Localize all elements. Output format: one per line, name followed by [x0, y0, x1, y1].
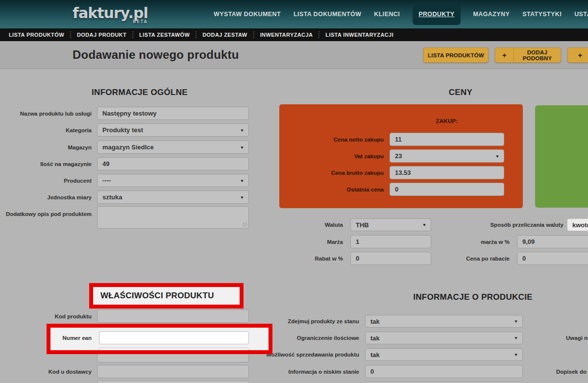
quantity-limit-select[interactable]: tak ▼	[365, 332, 523, 344]
nav-item-wystaw-dokument[interactable]: WYSTAW DOKUMENT	[214, 11, 281, 18]
add-button-right-edge[interactable]: +	[567, 48, 588, 63]
chevron-down-icon: ▼	[240, 178, 245, 183]
currency-select[interactable]: THB ▼	[350, 218, 431, 231]
zakup-heading: ZAKUP:	[436, 118, 458, 124]
quantity-input[interactable]: 49	[97, 157, 249, 170]
plus-icon[interactable]: +	[495, 48, 514, 62]
warehouse-select[interactable]: magazyn Siedlce ▼	[97, 141, 249, 154]
lista-produktow-button[interactable]: LISTA PRODUKTÓW	[423, 48, 489, 63]
ean-row-highlight: Numer ean	[47, 324, 272, 354]
nav-item-lista-dokumentow[interactable]: LISTA DOKUMENTÓW	[294, 11, 361, 18]
product-code-label: Kod produktu	[0, 310, 92, 323]
nav-item-ustawienia[interactable]: USTAWIENIA	[574, 11, 588, 18]
category-label: Kategoria	[0, 123, 92, 137]
quantity-label: Ilość na magazynie	[0, 157, 92, 170]
sellable-select[interactable]: tak ▼	[365, 348, 523, 361]
properties-heading-highlight: WŁAŚCIWOŚCI PRODUKTU	[89, 283, 244, 309]
plus-icon: +	[578, 51, 582, 59]
discount-label: Rabat w %	[274, 252, 343, 265]
net-purchase-label: Cena netto zakupu	[279, 133, 384, 146]
top-navbar: faktury.pl BETA WYSTAW DOKUMENT LISTA DO…	[0, 0, 588, 28]
supplier-code-label: Kod u dostawcy	[0, 365, 92, 378]
margin-label: Marża	[274, 235, 343, 248]
chevron-down-icon: ▼	[495, 154, 500, 158]
products-subnav: LISTA PRODUKTÓW DODAJ PRODUKT LISTA ZEST…	[0, 28, 588, 41]
app-logo[interactable]: faktury.pl BETA	[73, 4, 148, 22]
margin-percent-input[interactable]: 9,09	[517, 235, 588, 248]
name-label: Nazwa produktu lub usługi	[0, 107, 92, 120]
unit-label: Jednostka miary	[0, 191, 92, 204]
main-nav: WYSTAW DOKUMENT LISTA DOKUMENTÓW KLIENCI…	[214, 0, 588, 28]
producer-label: Producent	[0, 174, 92, 187]
currency-label: Waluta	[274, 218, 343, 231]
unit-select[interactable]: sztuka ▼	[97, 191, 249, 204]
purchase-prices-panel: ZAKUP: Cena netto zakupu 11 Vat zakupu 2…	[279, 104, 523, 208]
gross-purchase-input[interactable]: 13.53	[390, 166, 504, 179]
price-after-discount-input[interactable]: 0	[517, 252, 588, 265]
subnav-lista-zestawow[interactable]: LISTA ZESTAWÓW	[132, 31, 196, 38]
subnav-lista-inwentaryzacji[interactable]: LISTA INWENTARYZACJI	[318, 31, 399, 38]
chevron-down-icon: ▼	[514, 319, 518, 324]
currency-conversion-select[interactable]: kwotowo	[567, 218, 588, 231]
description-textarea[interactable]	[97, 206, 249, 229]
product-info-section-heading: INFORMACJE O PRODUKCIE	[413, 292, 533, 302]
cut-label-dopisek: Dopisek do	[556, 365, 587, 378]
logo-text: faktury.pl	[73, 4, 148, 22]
vat-purchase-label: Vat zakupu	[279, 149, 384, 163]
general-section-heading: INFORMACJE OGÓLNE	[92, 88, 188, 97]
producer-select[interactable]: ---- ▼	[97, 174, 249, 187]
ean-next-row-input-clipped[interactable]	[99, 348, 249, 354]
vat-purchase-select[interactable]: 23 ▼	[390, 149, 504, 163]
dodaj-podobny-button-group[interactable]: + DODAJ PODOBNY	[495, 48, 561, 63]
nav-item-produkty-active[interactable]: PRODUKTY	[413, 3, 460, 25]
net-purchase-input[interactable]: 11	[390, 133, 504, 146]
chevron-down-icon: ▼	[514, 336, 518, 340]
subnav-dodaj-zestaw[interactable]: DODAJ ZESTAW	[196, 31, 253, 38]
low-stock-label: Informacja o niskim stanie	[235, 365, 359, 378]
bottom-partial-input-left[interactable]	[97, 381, 249, 383]
description-label: Dodatkowy opis pod produktem	[0, 207, 92, 220]
nav-item-magazyny[interactable]: MAGAZYNY	[473, 11, 510, 18]
currency-conversion-label: Sposób przeliczania waluty	[441, 218, 564, 231]
chevron-down-icon: ▼	[240, 145, 245, 149]
subnav-inwentaryzacja[interactable]: INWENTARYZACJA	[253, 31, 319, 38]
supplier-code-input[interactable]	[97, 365, 249, 378]
sale-prices-panel	[535, 105, 588, 208]
logo-beta-badge: BETA	[133, 20, 148, 24]
subnav-dodaj-produkt[interactable]: DODAJ PRODUKT	[70, 31, 132, 38]
chevron-down-icon: ▼	[422, 223, 427, 227]
nav-item-klienci[interactable]: KLIENCI	[374, 11, 400, 18]
low-stock-input[interactable]: 0	[365, 365, 523, 378]
nav-item-statystyki[interactable]: STATYSTYKI	[522, 11, 562, 18]
dodaj-podobny-label: DODAJ PODOBNY	[514, 49, 561, 61]
last-price-input[interactable]: 0	[390, 183, 504, 196]
warehouse-label: Magazyn	[0, 141, 92, 154]
ean-input[interactable]	[99, 331, 249, 344]
gross-purchase-label: Cena brutto zakupu	[279, 166, 384, 179]
properties-section-heading: WŁAŚCIWOŚCI PRODUKTU	[100, 287, 214, 305]
category-select[interactable]: Produkty test ▼	[97, 123, 249, 137]
cut-label-uwagi: Uwagi nie w	[566, 332, 588, 344]
name-input[interactable]: Następny testowy	[97, 107, 249, 120]
remove-from-stock-select[interactable]: tak ▼	[365, 315, 523, 328]
subnav-lista-produktow[interactable]: LISTA PRODUKTÓW	[3, 31, 70, 38]
last-price-label: Ostatnia cena	[279, 183, 384, 196]
ean-label: Numer ean	[50, 331, 92, 344]
product-code-input[interactable]	[97, 310, 249, 323]
page-title: Dodawanie nowego produktu	[73, 48, 239, 62]
prices-section-heading: CENY	[449, 88, 472, 97]
chevron-down-icon: ▼	[240, 195, 245, 199]
margin-percent-label: marża w %	[416, 235, 510, 248]
resize-handle[interactable]	[243, 222, 247, 227]
price-after-discount-label: Cena po rabacie	[416, 252, 510, 265]
chevron-down-icon: ▼	[514, 353, 518, 357]
chevron-down-icon: ▼	[240, 128, 245, 132]
